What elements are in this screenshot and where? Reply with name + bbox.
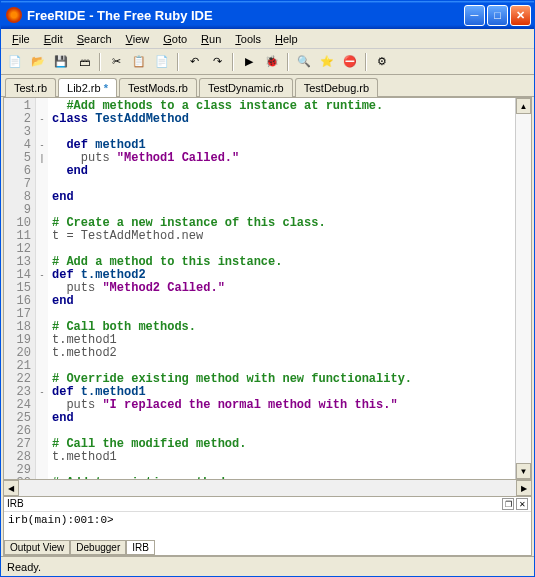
scroll-right-button[interactable]: ▶ bbox=[516, 480, 532, 496]
fold-gutter[interactable]: --|--- bbox=[36, 98, 48, 479]
copy-icon[interactable]: 📋 bbox=[129, 52, 149, 72]
output-tab-output-view[interactable]: Output View bbox=[4, 540, 70, 555]
code-editor[interactable]: #Add methods to a class instance at runt… bbox=[48, 98, 515, 479]
editor-area: 1234567891011121314151617181920212223242… bbox=[3, 97, 532, 480]
settings-icon[interactable]: ⚙ bbox=[372, 52, 392, 72]
app-icon bbox=[6, 7, 22, 23]
status-text: Ready. bbox=[7, 561, 41, 573]
maximize-button[interactable]: □ bbox=[487, 5, 508, 26]
menu-search[interactable]: Search bbox=[70, 31, 119, 47]
menu-help[interactable]: Help bbox=[268, 31, 305, 47]
find-icon[interactable]: 🔍 bbox=[294, 52, 314, 72]
output-title: IRB bbox=[7, 498, 24, 510]
tab-testdynamic-rb[interactable]: TestDynamic.rb bbox=[199, 78, 293, 97]
vertical-scrollbar[interactable]: ▲ ▼ bbox=[515, 98, 531, 479]
run-icon[interactable]: ▶ bbox=[239, 52, 259, 72]
cancel-icon[interactable]: ⛔ bbox=[340, 52, 360, 72]
save-icon[interactable]: 💾 bbox=[51, 52, 71, 72]
titlebar[interactable]: FreeRIDE - The Free Ruby IDE ─ □ ✕ bbox=[1, 1, 534, 29]
menu-goto[interactable]: Goto bbox=[156, 31, 194, 47]
menu-file[interactable]: File bbox=[5, 31, 37, 47]
tab-testmods-rb[interactable]: TestMods.rb bbox=[119, 78, 197, 97]
horizontal-scrollbar[interactable]: ◀ ▶ bbox=[3, 480, 532, 496]
bookmark-icon[interactable]: ⭐ bbox=[317, 52, 337, 72]
irb-console[interactable]: irb(main):001:0> bbox=[4, 512, 531, 540]
scroll-track[interactable] bbox=[516, 114, 531, 463]
new-icon[interactable]: 📄 bbox=[5, 52, 25, 72]
menu-view[interactable]: View bbox=[119, 31, 157, 47]
scroll-track-h[interactable] bbox=[19, 480, 516, 496]
menu-tools[interactable]: Tools bbox=[228, 31, 268, 47]
redo-icon[interactable]: ↷ bbox=[207, 52, 227, 72]
editor-tabs: Test.rbLib2.rb *TestMods.rbTestDynamic.r… bbox=[1, 75, 534, 97]
output-tabs: Output ViewDebuggerIRB bbox=[4, 540, 531, 555]
menubar: FileEditSearchViewGotoRunToolsHelp bbox=[1, 29, 534, 49]
tab-testdebug-rb[interactable]: TestDebug.rb bbox=[295, 78, 378, 97]
close-button[interactable]: ✕ bbox=[510, 5, 531, 26]
undock-icon[interactable]: ❐ bbox=[502, 498, 514, 510]
tab-lib2-rb[interactable]: Lib2.rb * bbox=[58, 78, 117, 97]
output-tab-debugger[interactable]: Debugger bbox=[70, 540, 126, 555]
toolbar: 📄📂💾🗃✂📋📄↶↷▶🐞🔍⭐⛔⚙ bbox=[1, 49, 534, 75]
panel-close-icon[interactable]: ✕ bbox=[516, 498, 528, 510]
tab-test-rb[interactable]: Test.rb bbox=[5, 78, 56, 97]
minimize-button[interactable]: ─ bbox=[464, 5, 485, 26]
menu-run[interactable]: Run bbox=[194, 31, 228, 47]
scroll-down-button[interactable]: ▼ bbox=[516, 463, 531, 479]
scroll-up-button[interactable]: ▲ bbox=[516, 98, 531, 114]
window-title: FreeRIDE - The Free Ruby IDE bbox=[27, 8, 464, 23]
saveall-icon[interactable]: 🗃 bbox=[74, 52, 94, 72]
undo-icon[interactable]: ↶ bbox=[184, 52, 204, 72]
open-icon[interactable]: 📂 bbox=[28, 52, 48, 72]
scroll-left-button[interactable]: ◀ bbox=[3, 480, 19, 496]
line-gutter: 1234567891011121314151617181920212223242… bbox=[4, 98, 36, 479]
statusbar: Ready. bbox=[1, 556, 534, 576]
cut-icon[interactable]: ✂ bbox=[106, 52, 126, 72]
paste-icon[interactable]: 📄 bbox=[152, 52, 172, 72]
output-panel: IRB ❐ ✕ irb(main):001:0> Output ViewDebu… bbox=[3, 496, 532, 556]
output-tab-irb[interactable]: IRB bbox=[126, 540, 155, 555]
app-window: FreeRIDE - The Free Ruby IDE ─ □ ✕ FileE… bbox=[0, 0, 535, 577]
menu-edit[interactable]: Edit bbox=[37, 31, 70, 47]
debug-icon[interactable]: 🐞 bbox=[262, 52, 282, 72]
